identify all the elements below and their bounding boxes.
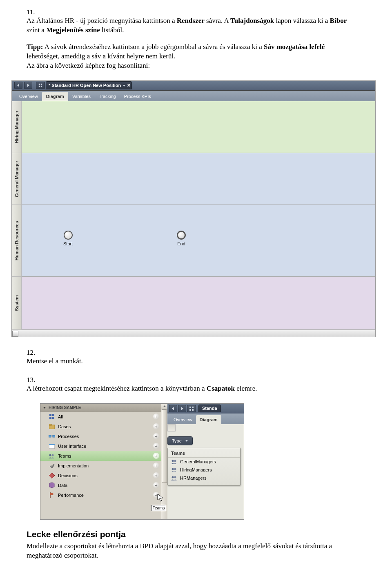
svg-rect-2 <box>39 86 40 87</box>
right-tab-diagram[interactable]: Diagram <box>196 415 221 424</box>
figure-library-panel: HIRING SAMPLE All + Cases + Processes + <box>27 403 370 520</box>
right-titlebar: Standa <box>167 404 244 414</box>
scrollbar-thumb[interactable] <box>162 409 167 483</box>
library-item-add-button[interactable]: + <box>153 443 159 449</box>
library-item-add-button[interactable]: + <box>153 414 159 420</box>
right-canvas: Type Teams GeneralManagers HiringManager… <box>167 424 244 519</box>
svg-rect-3 <box>41 86 42 87</box>
nav-back-button[interactable] <box>169 405 177 412</box>
library-item-performance[interactable]: Performance + <box>40 490 161 500</box>
diagram-tabs: Overview Diagram Variables Tracking Proc… <box>12 91 375 101</box>
window-title[interactable]: * Standard HR Open New Position ✕ <box>46 81 132 89</box>
library-item-all[interactable]: All + <box>40 412 161 422</box>
teams-panel-header: Teams <box>168 450 240 458</box>
svg-rect-19 <box>189 407 191 408</box>
window-close-button[interactable]: ✕ <box>127 83 131 88</box>
svg-rect-20 <box>192 407 194 408</box>
lane-general-manager[interactable] <box>22 153 375 205</box>
tab-diagram[interactable]: Diagram <box>42 92 68 101</box>
type-filter[interactable]: Type <box>167 436 193 445</box>
horizontal-scrollbar[interactable] <box>12 330 375 337</box>
svg-rect-4 <box>49 414 51 416</box>
step-13: 13. A létrehozott csapat megtekintéséhez… <box>27 376 370 394</box>
teams-icon <box>49 453 55 459</box>
svg-rect-10 <box>49 435 51 437</box>
library-item-cases[interactable]: Cases + <box>40 422 161 431</box>
scroll-up-button[interactable] <box>161 404 167 409</box>
teams-icon <box>171 459 178 464</box>
step-12: 12. Mentse el a munkát. <box>27 349 370 366</box>
window-title-dropdown-icon[interactable] <box>122 84 126 87</box>
start-node-circle-icon <box>64 231 73 240</box>
library-item-implementation[interactable]: Implementation + <box>40 461 161 471</box>
svg-rect-9 <box>49 424 51 425</box>
grid-icon <box>49 414 55 420</box>
lane-label-human-resources[interactable]: Human Resources <box>12 205 21 277</box>
library-item-add-button[interactable]: + <box>153 433 159 439</box>
scrollbar-thumb[interactable] <box>12 331 18 337</box>
library-item-data[interactable]: Data + <box>40 480 161 490</box>
window-grid-icon[interactable] <box>187 405 196 412</box>
right-window-title[interactable]: Standa <box>198 405 221 412</box>
teams-panel-item-hiringmanagers[interactable]: HiringManagers <box>168 466 240 474</box>
svg-rect-0 <box>39 84 40 85</box>
tab-overview[interactable]: Overview <box>15 92 42 101</box>
window-grid-icon[interactable] <box>36 82 45 89</box>
tab-variables[interactable]: Variables <box>68 92 95 101</box>
step-13-text: A létrehozott csapat megtekintéséhez kat… <box>27 384 356 394</box>
right-tab-overview[interactable]: Overview <box>170 415 196 424</box>
library-item-processes[interactable]: Processes + <box>40 431 161 441</box>
flag-icon <box>49 492 55 498</box>
end-node-circle-icon <box>177 231 186 240</box>
tab-tracking[interactable]: Tracking <box>95 92 120 101</box>
lane-human-resources[interactable]: Start End <box>22 205 375 277</box>
decisions-icon <box>49 473 55 478</box>
tab-process-kpis[interactable]: Process KPIs <box>120 92 155 101</box>
step-11-num: 11. <box>27 8 38 16</box>
type-filter-dropdown-icon[interactable] <box>185 439 188 442</box>
lane-label-hiring-manager[interactable]: Hiring Manager <box>12 101 21 153</box>
processes-icon <box>49 434 55 439</box>
library-header-dropdown-icon[interactable] <box>43 406 46 409</box>
step-12-text: Mentse el a munkát. <box>27 357 356 366</box>
right-tabs: Overview Diagram <box>167 414 244 424</box>
library-header[interactable]: HIRING SAMPLE <box>40 404 161 412</box>
svg-point-24 <box>174 460 176 462</box>
nav-forward-button[interactable] <box>24 82 32 89</box>
data-icon <box>49 483 55 488</box>
folder-icon <box>49 424 55 429</box>
library-item-add-button[interactable]: + <box>153 482 159 488</box>
library-item-add-button[interactable]: + <box>153 423 159 429</box>
library-item-add-button[interactable]: + <box>153 472 159 478</box>
svg-point-26 <box>174 468 176 470</box>
cursor-icon <box>157 494 165 503</box>
nav-back-button[interactable] <box>14 82 22 89</box>
start-node[interactable]: Start <box>63 231 73 246</box>
svg-point-16 <box>52 454 54 456</box>
svg-rect-11 <box>53 435 55 437</box>
svg-rect-1 <box>41 84 42 85</box>
lane-header-strip[interactable] <box>167 424 176 431</box>
lane-label-general-manager[interactable]: General Manager <box>12 153 21 205</box>
library-item-add-button[interactable]: + <box>153 462 159 469</box>
svg-rect-6 <box>49 417 51 419</box>
library-item-teams[interactable]: Teams + <box>40 451 161 461</box>
svg-rect-21 <box>189 409 191 411</box>
teams-icon <box>171 476 178 480</box>
library-item-user-interface[interactable]: User Interface + <box>40 441 161 451</box>
teams-panel-item-hrmanagers[interactable]: HRManagers <box>168 474 240 482</box>
svg-point-25 <box>172 468 174 470</box>
library-item-decisions[interactable]: Decisions + <box>40 471 161 480</box>
section-paragraph: Modellezte a csoportokat és létrehozta a… <box>27 542 370 560</box>
lane-label-system[interactable]: System <box>12 277 21 330</box>
svg-rect-7 <box>52 417 54 419</box>
svg-point-23 <box>172 460 174 462</box>
teams-panel-item-generalmanagers[interactable]: GeneralManagers <box>168 458 240 466</box>
end-node[interactable]: End <box>177 231 186 246</box>
nav-forward-button[interactable] <box>178 405 186 412</box>
figure-diagram-window: * Standard HR Open New Position ✕ Overvi… <box>11 80 376 337</box>
lane-hiring-manager[interactable] <box>22 101 375 153</box>
teams-dropdown-panel: Teams GeneralManagers HiringManagers HRM… <box>167 448 241 486</box>
library-item-add-button[interactable]: + <box>153 453 159 459</box>
lane-system[interactable] <box>22 277 375 330</box>
